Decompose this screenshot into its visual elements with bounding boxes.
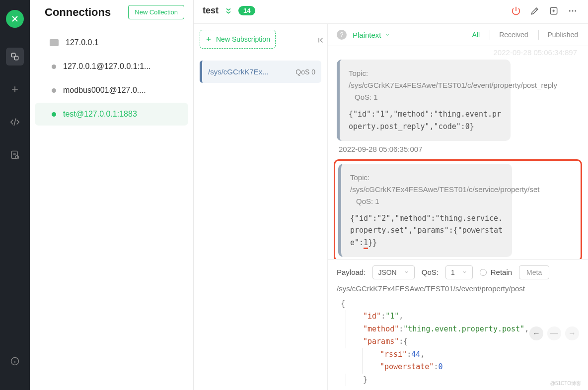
nav-info-icon[interactable] xyxy=(6,352,24,370)
message-body: {"id":"2","method":"thing.service.proper… xyxy=(350,212,503,249)
message-timestamp: 2022-09-28 05:06:35:007 xyxy=(339,145,579,153)
message-timestamp: 2022-09-28 05:06:34:897 xyxy=(337,48,577,57)
connections-panel: Connections New Collection 127.0.0.1 127… xyxy=(30,0,194,390)
message-topic: Topic: /sys/cGCrkK7Ex4FESAwe/TEST01/c/ev… xyxy=(349,67,502,103)
connections-list: 127.0.0.1 127.0.0.1@127.0.0.1:1... modbu… xyxy=(30,26,193,130)
composer: Payload: JSON QoS: 1 Retain Meta xyxy=(328,259,588,390)
filter-tabs: All Received Published xyxy=(471,30,579,40)
left-rail xyxy=(0,0,30,390)
expand-icon[interactable] xyxy=(224,7,232,15)
conn-label: 127.0.0.1@127.0.0.1:1... xyxy=(63,62,150,71)
conn-label: test@127.0.0.1:1883 xyxy=(63,110,137,119)
svg-point-8 xyxy=(575,10,576,11)
connections-title: Connections xyxy=(45,6,111,19)
meta-button[interactable]: Meta xyxy=(519,265,549,279)
next-button[interactable]: → xyxy=(565,326,579,340)
main-area: test 14 New Subscription xyxy=(194,0,588,390)
format-label: Plaintext xyxy=(353,31,381,39)
payload-format-select[interactable]: JSON xyxy=(372,265,414,279)
connection-name: test xyxy=(203,5,219,16)
tab-received[interactable]: Received xyxy=(490,30,529,40)
svg-point-6 xyxy=(569,10,571,11)
composer-nav-buttons: ← — → xyxy=(529,326,579,340)
connections-header: Connections New Collection xyxy=(30,0,193,26)
message-bubble: Topic: /sys/cGCrkK7Ex4FESAwe/TEST01/c/ev… xyxy=(337,60,511,141)
app-logo xyxy=(6,10,24,28)
nav-connections-icon[interactable] xyxy=(6,48,24,65)
svg-point-7 xyxy=(572,10,574,11)
retain-radio-icon xyxy=(480,269,487,276)
subscription-card[interactable]: /sys/cGCrkK7Ex... QoS 0 xyxy=(200,61,321,83)
payload-editor[interactable]: { "id":"1", "method":"thing.event.proper… xyxy=(337,298,579,387)
subscription-topic: /sys/cGCrkK7Ex... xyxy=(208,67,269,76)
nav-script-icon[interactable] xyxy=(6,113,24,131)
new-subscription-button[interactable]: New Subscription xyxy=(200,30,276,49)
subscriptions-column: New Subscription /sys/cGCrkK7Ex... QoS 0 xyxy=(194,24,328,390)
conn-item-active[interactable]: test@127.0.0.1:1883 xyxy=(35,103,188,126)
messages-toolbar: ? Plaintext All Received Published xyxy=(328,24,588,46)
conn-folder[interactable]: 127.0.0.1 xyxy=(35,31,188,54)
payload-label: Payload: xyxy=(337,268,366,276)
new-collection-button[interactable]: New Collection xyxy=(128,5,184,19)
message-topic: Topic: /sys/cGCrkK7Ex4FESAwe/TEST01/c/se… xyxy=(350,172,503,207)
tab-all[interactable]: All xyxy=(471,30,481,40)
format-selector[interactable]: Plaintext xyxy=(353,31,390,39)
status-dot xyxy=(52,88,56,93)
topic-input[interactable]: /sys/cGCrkK7Ex4FESAwe/TEST01/s/event/pro… xyxy=(337,284,579,293)
clear-button[interactable]: — xyxy=(547,326,561,340)
folder-icon xyxy=(50,39,59,46)
edit-button[interactable] xyxy=(528,4,541,17)
conn-label: 127.0.0.1 xyxy=(66,38,99,47)
message-count-badge: 14 xyxy=(238,6,255,15)
qos-select[interactable]: 1 xyxy=(445,265,473,279)
main-body: New Subscription /sys/cGCrkK7Ex... QoS 0… xyxy=(194,24,588,390)
subscription-qos: QoS 0 xyxy=(295,68,315,76)
tab-published[interactable]: Published xyxy=(538,30,580,40)
status-dot xyxy=(52,112,56,117)
help-icon[interactable]: ? xyxy=(337,30,347,40)
more-menu-button[interactable] xyxy=(566,4,579,17)
composer-options-row: Payload: JSON QoS: 1 Retain Meta xyxy=(337,265,579,279)
nav-add-icon[interactable] xyxy=(6,80,24,98)
disconnect-button[interactable] xyxy=(510,4,522,17)
status-dot xyxy=(52,65,56,69)
conn-item[interactable]: modbus0001@127.0.... xyxy=(35,79,188,102)
new-subscription-label: New Subscription xyxy=(216,35,270,43)
conn-label: modbus0001@127.0.... xyxy=(63,86,146,95)
watermark: @51CTO博客 xyxy=(550,380,581,387)
retain-toggle[interactable]: Retain xyxy=(480,268,512,276)
nav-log-icon[interactable] xyxy=(6,146,24,164)
new-window-button[interactable] xyxy=(547,4,560,17)
message-qos: QoS: 1 xyxy=(355,93,378,101)
prev-button[interactable]: ← xyxy=(529,326,543,340)
qos-label: QoS: xyxy=(422,268,439,276)
messages-column: ? Plaintext All Received Published 2022-… xyxy=(328,24,588,390)
message-body: {"id":"1","method":"thing.event.property… xyxy=(349,108,502,133)
main-header: test 14 xyxy=(194,0,588,24)
collapse-icon[interactable] xyxy=(317,36,326,45)
message-qos: QoS: 1 xyxy=(356,197,379,205)
conn-item[interactable]: 127.0.0.1@127.0.0.1:1... xyxy=(35,55,188,78)
highlighted-message: Topic: /sys/cGCrkK7Ex4FESAwe/TEST01/c/se… xyxy=(334,159,582,259)
message-bubble: Topic: /sys/cGCrkK7Ex4FESAwe/TEST01/c/se… xyxy=(338,164,512,257)
messages-list: 2022-09-28 05:06:34:897 Topic: /sys/cGCr… xyxy=(328,46,588,259)
